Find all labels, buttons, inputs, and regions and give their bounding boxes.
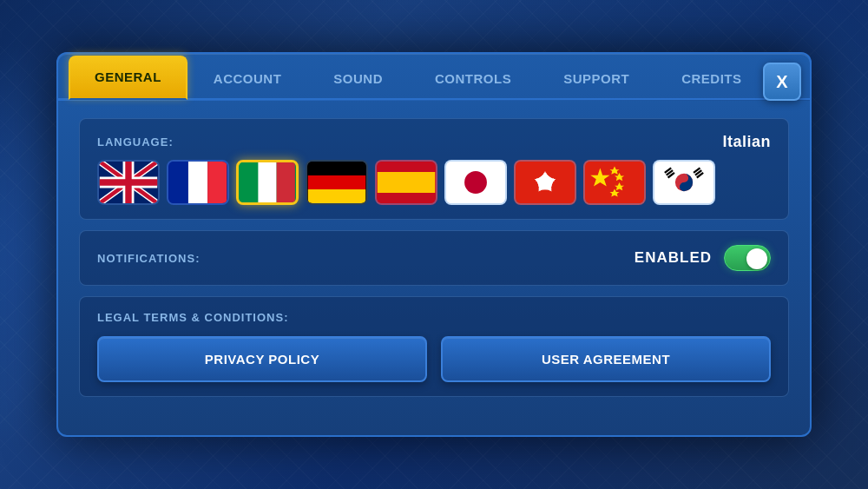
svg-rect-3 xyxy=(207,162,227,203)
notifications-toggle[interactable] xyxy=(724,245,771,271)
language-section: LANGUAGE: Italian xyxy=(79,118,789,220)
language-selected-name: Italian xyxy=(722,133,771,151)
flag-it[interactable] xyxy=(236,160,299,205)
notifications-right: ENABLED xyxy=(635,245,771,271)
notifications-status: ENABLED xyxy=(635,249,712,267)
svg-rect-5 xyxy=(258,162,276,202)
flag-fr[interactable] xyxy=(167,160,229,205)
tab-controls[interactable]: CONTROLS xyxy=(409,57,537,98)
legal-buttons: PRIVACY POLICY USER AGREEMENT xyxy=(97,336,771,382)
svg-rect-1 xyxy=(169,162,188,203)
svg-rect-11 xyxy=(378,172,435,193)
privacy-policy-button[interactable]: PRIVACY POLICY xyxy=(97,336,427,382)
notifications-label: NOTIFICATIONS: xyxy=(97,252,200,265)
language-header-row: LANGUAGE: Italian xyxy=(97,133,771,151)
toggle-knob xyxy=(746,248,767,269)
flags-row xyxy=(97,160,771,205)
flag-kr[interactable] xyxy=(653,160,715,205)
svg-rect-4 xyxy=(240,162,258,202)
svg-point-13 xyxy=(464,171,487,194)
flag-uk[interactable] xyxy=(97,160,160,205)
tab-support[interactable]: SUPPORT xyxy=(537,57,655,98)
tab-account[interactable]: ACCOUNT xyxy=(187,57,308,98)
flag-hk[interactable] xyxy=(514,160,576,205)
legal-label: LEGAL TERMS & CONDITIONS: xyxy=(97,311,771,324)
legal-section: LEGAL TERMS & CONDITIONS: PRIVACY POLICY… xyxy=(79,296,789,397)
tabs-container: GENERAL ACCOUNT SOUND CONTROLS SUPPORT C… xyxy=(58,54,810,98)
svg-rect-8 xyxy=(308,175,365,189)
tab-sound[interactable]: SOUND xyxy=(307,57,409,98)
notifications-section: NOTIFICATIONS: ENABLED xyxy=(79,230,789,286)
svg-rect-2 xyxy=(188,162,207,203)
modal-overlay: X GENERAL ACCOUNT SOUND CONTROLS SUPPORT… xyxy=(0,0,868,489)
content-area: LANGUAGE: Italian xyxy=(58,101,810,414)
settings-modal: X GENERAL ACCOUNT SOUND CONTROLS SUPPORT… xyxy=(56,52,812,437)
svg-rect-9 xyxy=(308,189,365,203)
tab-credits[interactable]: CREDITS xyxy=(655,57,767,98)
svg-rect-6 xyxy=(277,162,295,202)
flag-es[interactable] xyxy=(375,160,437,205)
flag-de[interactable] xyxy=(306,160,368,205)
flag-jp[interactable] xyxy=(444,160,507,205)
language-label: LANGUAGE: xyxy=(97,135,174,149)
tab-general[interactable]: GENERAL xyxy=(69,56,187,100)
flag-cn[interactable] xyxy=(583,160,646,205)
user-agreement-button[interactable]: USER AGREEMENT xyxy=(441,336,771,382)
